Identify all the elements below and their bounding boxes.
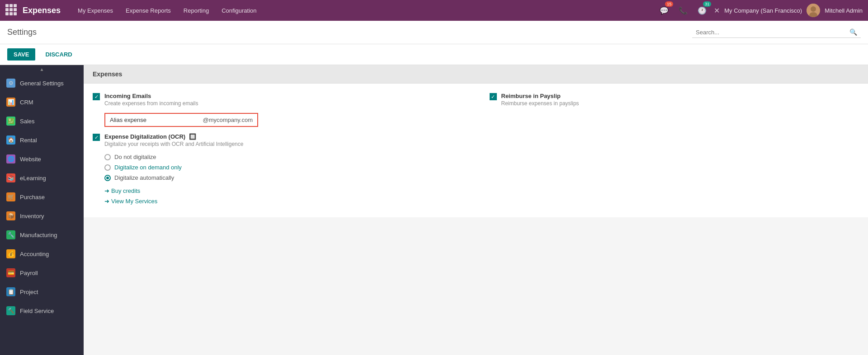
reimburse-row: ✓ Reimburse in Payslip Reimburse expense… (490, 93, 859, 107)
accounting-icon: 💰 (6, 249, 15, 258)
grid-menu-icon[interactable] (5, 4, 18, 17)
activity-badge: 31 (703, 1, 711, 7)
sidebar-item-label: Inventory (20, 213, 44, 220)
arrow-icon: ➜ (104, 198, 109, 205)
nav-reporting[interactable]: Reporting (177, 0, 215, 21)
inventory-icon: 📦 (6, 211, 15, 220)
avatar[interactable] (807, 4, 820, 17)
page-title: Settings (7, 28, 687, 37)
sidebar-item-website[interactable]: 🌐 Website (0, 149, 84, 168)
sidebar-item-label: Rental (20, 137, 37, 144)
website-icon: 🌐 (6, 154, 15, 163)
sidebar-item-project[interactable]: 📋 Project (0, 282, 84, 301)
nav-expense-reports[interactable]: Expense Reports (119, 0, 177, 21)
top-navigation: Expenses My Expenses Expense Reports Rep… (0, 0, 868, 21)
purchase-icon: 🛒 (6, 192, 15, 201)
alias-prefix: Alias expense (110, 117, 203, 123)
radio-on-demand-circle (104, 164, 111, 171)
sidebar-item-inventory[interactable]: 📦 Inventory (0, 206, 84, 225)
reimburse-label: Reimburse in Payslip (501, 93, 579, 99)
ocr-checkbox[interactable]: ✓ (93, 134, 100, 141)
scroll-up-indicator: ▲ (0, 65, 84, 74)
company-name[interactable]: My Company (San Francisco) (724, 7, 802, 14)
ocr-label: Expense Digitalization (OCR) 🔲 (104, 133, 243, 140)
main-layout: ▲ ⚙ General Settings 📊 CRM 💹 Sales 🏠 Ren… (0, 65, 868, 355)
ocr-info: Expense Digitalization (OCR) 🔲 Digitaliz… (104, 133, 243, 147)
ocr-row: ✓ Expense Digitalization (OCR) 🔲 Digital… (93, 133, 462, 147)
incoming-emails-desc: Create expenses from incoming emails (104, 100, 198, 107)
reimburse-desc: Reimburse expenses in payslips (501, 100, 579, 107)
manufacturing-icon: 🔧 (6, 230, 15, 239)
app-title: Expenses (23, 6, 61, 15)
radio-no-digitalize[interactable]: Do not digitalize (104, 154, 462, 160)
sidebar-item-label: Field Service (20, 308, 54, 314)
alias-box[interactable]: Alias expense @mycompany.com (104, 113, 258, 127)
fieldservice-icon: 🔨 (6, 306, 15, 315)
reimburse-checkbox[interactable]: ✓ (490, 93, 497, 100)
buy-credits-link[interactable]: ➜ Buy credits (104, 187, 462, 194)
sidebar-item-label: CRM (20, 99, 33, 106)
sidebar-item-label: Payroll (20, 270, 38, 276)
sidebar-item-label: Purchase (20, 194, 45, 201)
payroll-icon: 💳 (6, 268, 15, 277)
elearning-icon: 📚 (6, 173, 15, 182)
radio-no-digitalize-circle (104, 154, 111, 160)
incoming-emails-label: Incoming Emails (104, 93, 198, 99)
section-title: Expenses (84, 65, 868, 84)
sidebar-item-manufacturing[interactable]: 🔧 Manufacturing (0, 225, 84, 244)
search-input[interactable] (696, 29, 849, 36)
radio-on-demand-label: Digitalize on demand only (114, 164, 182, 171)
incoming-emails-row: ✓ Incoming Emails Create expenses from i… (93, 93, 462, 107)
activity-icon[interactable]: 🕐 31 (695, 3, 709, 18)
incoming-emails-info: Incoming Emails Create expenses from inc… (104, 93, 198, 107)
search-icon[interactable]: 🔍 (849, 28, 857, 36)
rental-icon: 🏠 (6, 135, 15, 145)
sidebar-item-label: Manufacturing (20, 232, 57, 238)
sidebar-item-payroll[interactable]: 💳 Payroll (0, 263, 84, 282)
general-settings-icon: ⚙ (6, 79, 15, 88)
reimburse-info: Reimburse in Payslip Reimburse expenses … (501, 93, 579, 107)
nav-configuration[interactable]: Configuration (215, 0, 263, 21)
messages-icon[interactable]: 💬 15 (657, 3, 671, 18)
phone-icon[interactable]: 📞 (676, 3, 690, 18)
radio-auto-label: Digitalize automatically (114, 174, 174, 181)
sidebar-item-fieldservice[interactable]: 🔨 Field Service (0, 301, 84, 320)
radio-auto[interactable]: Digitalize automatically (104, 174, 462, 181)
view-services-link[interactable]: ➜ View My Services (104, 198, 462, 205)
radio-on-demand[interactable]: Digitalize on demand only (104, 164, 462, 171)
incoming-emails-checkbox[interactable]: ✓ (93, 93, 100, 100)
sales-icon: 💹 (6, 117, 15, 126)
close-icon[interactable]: ✕ (714, 6, 720, 15)
svg-point-1 (811, 6, 816, 12)
discard-button[interactable]: DISCARD (39, 48, 78, 61)
action-bar: SAVE DISCARD (0, 44, 868, 65)
radio-group: Do not digitalize Digitalize on demand o… (104, 154, 462, 181)
ocr-desc: Digitalize your receipts with OCR and Ar… (104, 141, 243, 147)
ocr-icon: 🔲 (189, 133, 196, 140)
sidebar-item-general-settings[interactable]: ⚙ General Settings (0, 74, 84, 93)
sidebar-item-accounting[interactable]: 💰 Accounting (0, 244, 84, 263)
sidebar-item-purchase[interactable]: 🛒 Purchase (0, 187, 84, 206)
sidebar-item-crm[interactable]: 📊 CRM (0, 93, 84, 112)
arrow-icon: ➜ (104, 187, 109, 194)
sidebar: ▲ ⚙ General Settings 📊 CRM 💹 Sales 🏠 Ren… (0, 65, 84, 355)
save-button[interactable]: SAVE (7, 48, 35, 61)
sidebar-item-elearning[interactable]: 📚 eLearning (0, 168, 84, 187)
nav-links: My Expenses Expense Reports Reporting Co… (71, 0, 657, 21)
project-icon: 📋 (6, 287, 15, 296)
settings-body: ✓ Incoming Emails Create expenses from i… (84, 84, 868, 217)
sidebar-item-label: Website (20, 156, 41, 163)
sidebar-item-label: General Settings (20, 80, 64, 87)
crm-icon: 📊 (6, 98, 15, 107)
left-settings-group: ✓ Incoming Emails Create expenses from i… (93, 93, 462, 208)
user-name[interactable]: Mitchell Admin (825, 7, 863, 14)
nav-my-expenses[interactable]: My Expenses (71, 0, 119, 21)
sidebar-item-label: eLearning (20, 175, 46, 182)
topnav-right: 💬 15 📞 🕐 31 ✕ My Company (San Francisco)… (657, 3, 863, 18)
radio-auto-circle (104, 175, 111, 181)
secondbar: Settings 🔍 (0, 21, 868, 44)
sidebar-item-rental[interactable]: 🏠 Rental (0, 131, 84, 149)
sidebar-item-sales[interactable]: 💹 Sales (0, 112, 84, 131)
settings-two-col: ✓ Incoming Emails Create expenses from i… (93, 93, 859, 208)
search-container: 🔍 (692, 27, 861, 38)
